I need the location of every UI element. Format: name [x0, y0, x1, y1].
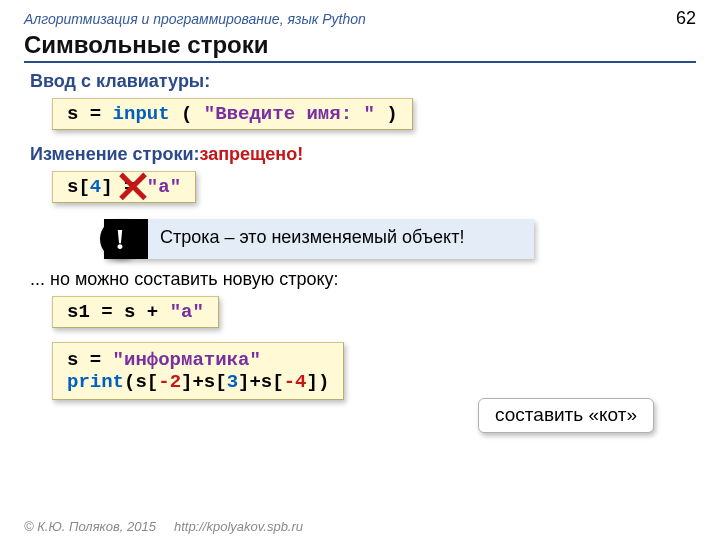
code-mutate-box: s[4] = "a"	[52, 171, 196, 203]
code-input: s = input ( "Введите имя: " )	[67, 103, 398, 125]
code-input-box: s = input ( "Введите имя: " )	[52, 98, 413, 130]
section-newstring-label: ... но можно составить новую строку:	[30, 269, 696, 290]
page-number: 62	[676, 8, 696, 29]
code-concat-box: s1 = s + "a"	[52, 296, 219, 328]
section-mutate-label: Изменение строки:запрещено!	[30, 144, 696, 165]
copyright: © К.Ю. Поляков, 2015	[24, 519, 156, 534]
exclamation-icon: !	[104, 219, 148, 259]
section-input-label: Ввод с клавиатуры:	[30, 71, 696, 92]
compose-callout: составить «кот»	[478, 398, 654, 433]
footer-url: http://kpolyakov.spb.ru	[174, 519, 303, 534]
header-top: Алгоритмизация и программирование, язык …	[24, 8, 696, 29]
code-mutate: s[4] = "a"	[67, 176, 181, 198]
code-concat: s1 = s + "a"	[67, 301, 204, 323]
footer: © К.Ю. Поляков, 2015 http://kpolyakov.sp…	[0, 519, 720, 540]
info-text: Строка – это неизменяемый объект!	[148, 219, 534, 259]
code-slice: s = "информатика" print(s[-2]+s[3]+s[-4]…	[67, 349, 329, 393]
page-title: Символьные строки	[24, 31, 696, 63]
code-slice-box: s = "информатика" print(s[-2]+s[3]+s[-4]…	[52, 342, 344, 400]
course-label: Алгоритмизация и программирование, язык …	[24, 11, 366, 27]
info-callout: ! Строка – это неизменяемый объект!	[104, 219, 534, 259]
